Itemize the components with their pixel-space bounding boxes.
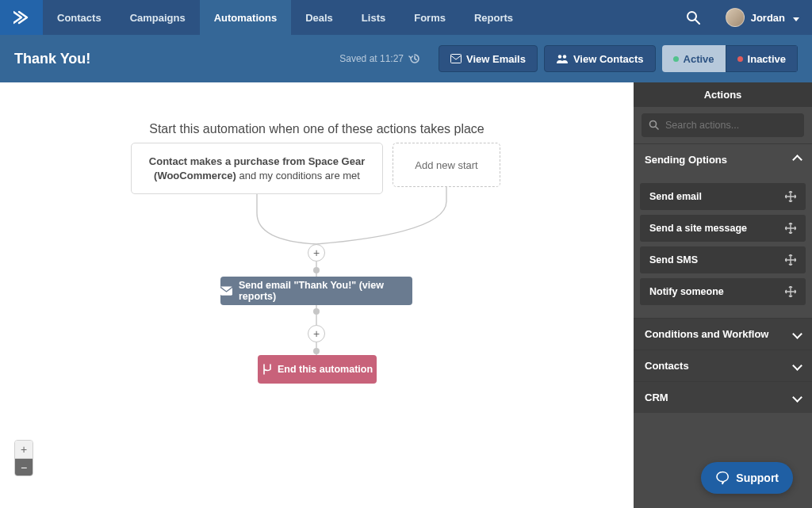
view-contacts-button[interactable]: View Contacts (544, 45, 656, 72)
move-icon (785, 286, 796, 297)
search-icon (686, 10, 700, 25)
support-button[interactable]: Support (701, 462, 793, 494)
chevron-up-icon (794, 154, 801, 166)
status-toggle: Active Inactive (662, 45, 798, 72)
active-dot-icon (673, 56, 679, 62)
chat-icon (715, 471, 730, 485)
automation-canvas-wrap: Start this automation when one of these … (0, 82, 634, 508)
status-active-button[interactable]: Active (662, 45, 726, 72)
page-subheader: Thank You! Saved at 11:27 View Emails Vi… (0, 35, 812, 82)
mail-icon (450, 54, 462, 63)
nav-items: Contacts Campaigns Automations Deals Lis… (43, 0, 527, 35)
section-crm[interactable]: CRM (634, 381, 812, 413)
end-automation-step[interactable]: End this automation (258, 355, 377, 384)
user-name: Jordan (751, 12, 785, 24)
actions-sidebar: Actions Sending Options Send email Send … (634, 82, 812, 508)
caret-down-icon (791, 12, 799, 24)
section-conditions-workflow[interactable]: Conditions and Workflow (634, 318, 812, 349)
view-emails-button[interactable]: View Emails (439, 45, 538, 72)
saved-indicator: Saved at 11:27 (339, 52, 421, 65)
svg-point-3 (558, 55, 561, 58)
connector-dot (313, 308, 320, 315)
action-send-site-message[interactable]: Send a site message (640, 215, 806, 242)
nav-deals[interactable]: Deals (291, 0, 347, 35)
nav-campaigns[interactable]: Campaigns (116, 0, 200, 35)
status-inactive-button[interactable]: Inactive (726, 45, 798, 72)
nav-contacts[interactable]: Contacts (43, 0, 116, 35)
svg-rect-8 (220, 286, 232, 295)
avatar (726, 8, 745, 27)
user-menu[interactable]: Jordan (713, 8, 812, 27)
connector-dot (313, 348, 320, 354)
section-contacts[interactable]: Contacts (634, 349, 812, 381)
chevron-down-icon (794, 360, 801, 372)
page-title: Thank You! (14, 51, 90, 67)
global-search-button[interactable] (673, 10, 713, 25)
main-area: Start this automation when one of these … (0, 82, 812, 508)
section-sending-options[interactable]: Sending Options (634, 143, 812, 175)
nav-forms[interactable]: Forms (400, 0, 460, 35)
action-notify-someone[interactable]: Notify someone (640, 278, 806, 305)
svg-rect-2 (451, 55, 462, 63)
zoom-in-button[interactable]: + (15, 441, 33, 458)
svg-point-9 (650, 121, 657, 128)
move-icon (785, 223, 796, 234)
end-icon (262, 364, 273, 375)
svg-line-1 (695, 20, 699, 24)
send-email-step[interactable]: Send email "Thank You!" (view reports) (220, 277, 412, 305)
connector-dot (313, 267, 320, 273)
add-node-2[interactable]: + (308, 325, 325, 342)
mail-icon (220, 286, 232, 296)
zoom-out-button[interactable]: − (15, 458, 33, 476)
trigger-rest: and my conditions are met (236, 170, 360, 181)
trigger-card[interactable]: Contact makes a purchase from Space Gear… (131, 143, 383, 194)
top-nav: Contacts Campaigns Automations Deals Lis… (0, 0, 812, 35)
move-icon (785, 191, 796, 202)
nav-reports[interactable]: Reports (460, 0, 527, 35)
add-start-card[interactable]: Add new start (393, 143, 500, 187)
search-icon (649, 120, 659, 130)
logo-icon (13, 10, 29, 25)
zoom-controls: + − (14, 440, 33, 476)
nav-lists[interactable]: Lists (347, 0, 400, 35)
sidebar-search-input[interactable] (642, 113, 804, 137)
sending-actions-list: Send email Send a site message Send SMS … (634, 175, 812, 318)
history-icon (408, 52, 421, 65)
svg-line-10 (656, 127, 658, 129)
automation-canvas[interactable]: Start this automation when one of these … (0, 82, 634, 508)
nav-automations[interactable]: Automations (200, 0, 291, 35)
contacts-icon (556, 54, 569, 63)
chevron-down-icon (794, 328, 801, 340)
action-send-sms[interactable]: Send SMS (640, 246, 806, 273)
inactive-dot-icon (737, 56, 743, 62)
canvas-instruction: Start this automation when one of these … (0, 122, 634, 136)
sidebar-search (634, 107, 812, 143)
add-node-1[interactable]: + (308, 244, 325, 262)
move-icon (785, 254, 796, 265)
svg-point-4 (563, 55, 566, 58)
sidebar-header: Actions (634, 82, 812, 107)
app-logo[interactable] (0, 0, 43, 35)
chevron-down-icon (794, 392, 801, 403)
action-send-email[interactable]: Send email (640, 183, 806, 210)
